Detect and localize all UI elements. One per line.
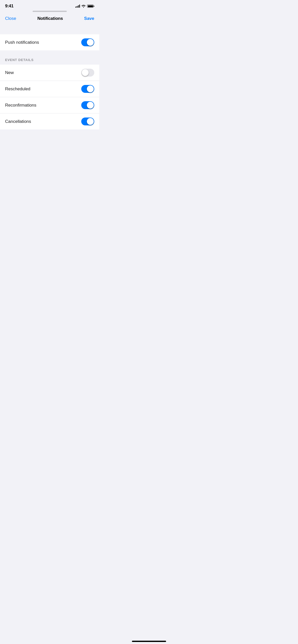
- status-bar: 9:41: [0, 0, 99, 11]
- rescheduled-label: Rescheduled: [5, 86, 30, 92]
- save-button[interactable]: Save: [84, 16, 94, 21]
- rescheduled-row: Rescheduled: [0, 81, 99, 97]
- reconfirmations-toggle[interactable]: [81, 101, 94, 109]
- status-icons: [75, 5, 94, 8]
- push-notifications-label: Push notifications: [5, 40, 39, 45]
- push-notifications-row: Push notifications: [0, 34, 99, 50]
- status-time: 9:41: [5, 4, 13, 9]
- new-label: New: [5, 70, 14, 75]
- signal-icon: [75, 5, 80, 8]
- battery-icon: [87, 5, 94, 8]
- push-notifications-toggle[interactable]: [81, 38, 94, 46]
- event-details-section: New Rescheduled Reconfirmations: [0, 65, 99, 129]
- cancellations-label: Cancellations: [5, 119, 31, 124]
- event-details-header-container: EVENT DETAILS: [0, 50, 99, 65]
- page-title: Notifications: [37, 16, 63, 21]
- rescheduled-toggle[interactable]: [81, 85, 94, 93]
- push-section: Push notifications: [0, 34, 99, 50]
- cancellations-row: Cancellations: [0, 113, 99, 129]
- cancellations-toggle[interactable]: [81, 118, 94, 125]
- close-button[interactable]: Close: [5, 16, 16, 21]
- nav-bar: Close Notifications Save: [0, 14, 99, 24]
- drag-indicator: [33, 11, 67, 12]
- wifi-icon: [82, 5, 86, 8]
- new-toggle[interactable]: [81, 69, 94, 77]
- new-row: New: [0, 65, 99, 81]
- event-details-header: EVENT DETAILS: [5, 58, 34, 62]
- content: Push notifications EVENT DETAILS New: [0, 24, 99, 129]
- reconfirmations-row: Reconfirmations: [0, 97, 99, 113]
- push-section-spacer: [0, 29, 99, 34]
- reconfirmations-label: Reconfirmations: [5, 103, 36, 108]
